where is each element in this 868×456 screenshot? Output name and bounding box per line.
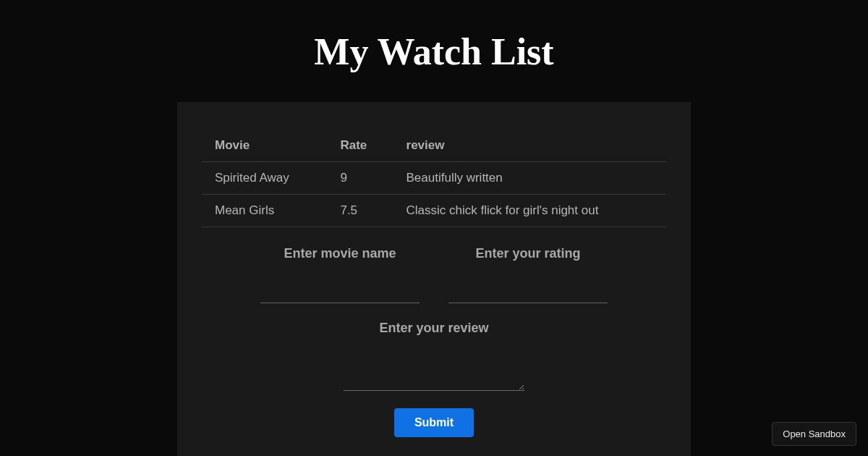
cell-review: Beautifully written <box>393 162 666 195</box>
open-sandbox-button[interactable]: Open Sandbox <box>772 422 856 446</box>
watchlist-card: Movie Rate review Spirited Away 9 Beauti… <box>177 102 691 456</box>
cell-movie: Mean Girls <box>202 195 327 227</box>
rating-input[interactable] <box>448 282 608 303</box>
table-row: Mean Girls 7.5 Classic chick flick for g… <box>202 195 666 227</box>
cell-movie: Spirited Away <box>202 162 327 195</box>
movie-name-label: Enter movie name <box>284 246 396 261</box>
cell-rate: 7.5 <box>327 195 393 227</box>
col-rate: Rate <box>327 131 393 162</box>
movie-name-field: Enter movie name <box>260 246 420 303</box>
review-label: Enter your review <box>379 321 488 336</box>
movie-name-input[interactable] <box>260 282 420 303</box>
review-textarea[interactable] <box>344 356 524 391</box>
rating-field: Enter your rating <box>448 246 608 303</box>
col-movie: Movie <box>202 131 327 162</box>
watchlist-table: Movie Rate review Spirited Away 9 Beauti… <box>202 131 666 227</box>
table-row: Spirited Away 9 Beautifully written <box>202 162 666 195</box>
review-field: Enter your review <box>202 321 666 391</box>
submit-button[interactable]: Submit <box>394 408 474 437</box>
rating-label: Enter your rating <box>475 246 580 261</box>
cell-review: Classic chick flick for girl's night out <box>393 195 666 227</box>
cell-rate: 9 <box>327 162 393 195</box>
page-title: My Watch List <box>0 0 868 102</box>
add-movie-form: Enter movie name Enter your rating Enter… <box>202 246 666 437</box>
table-header-row: Movie Rate review <box>202 131 666 162</box>
col-review: review <box>393 131 666 162</box>
